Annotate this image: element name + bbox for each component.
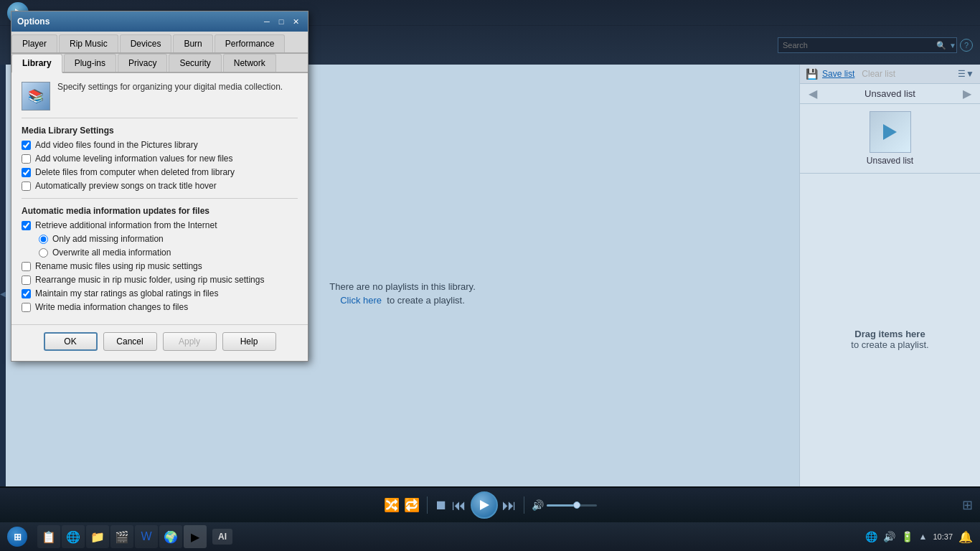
tab-rip-music[interactable]: Rip Music bbox=[59, 34, 118, 52]
apply-button[interactable]: Apply bbox=[163, 332, 217, 351]
settings-description: Specify settings for organizing your dig… bbox=[57, 82, 283, 92]
tab-devices[interactable]: Devices bbox=[120, 34, 172, 52]
tab-player[interactable]: Player bbox=[11, 34, 57, 52]
tab-burn[interactable]: Burn bbox=[173, 34, 212, 52]
options-dialog: Options ─ □ ✕ Player Rip Music Devices B… bbox=[11, 11, 308, 362]
dialog-titlebar: Options ─ □ ✕ bbox=[11, 11, 308, 32]
checkbox-row-6: Rename music files using rip music setti… bbox=[22, 261, 298, 271]
help-button[interactable]: Help bbox=[222, 332, 276, 351]
dialog-overlay: Options ─ □ ✕ Player Rip Music Devices B… bbox=[0, 0, 980, 551]
add-video-files-checkbox[interactable] bbox=[22, 141, 31, 150]
only-add-missing-label: Only add missing information bbox=[52, 234, 164, 244]
tab-privacy[interactable]: Privacy bbox=[118, 54, 167, 72]
radio-row-1: Only add missing information bbox=[39, 234, 298, 244]
tab-performance[interactable]: Performance bbox=[215, 34, 286, 52]
library-icon: 📚 bbox=[22, 82, 50, 110]
maintain-star-ratings-label: Maintain my star ratings as global ratin… bbox=[35, 288, 218, 298]
tab-plugins[interactable]: Plug-ins bbox=[64, 54, 116, 72]
auto-update-title: Automatic media information updates for … bbox=[22, 206, 298, 216]
checkbox-row-2: Add volume leveling information values f… bbox=[22, 154, 298, 164]
dialog-title: Options bbox=[17, 17, 259, 27]
tab-library[interactable]: Library bbox=[11, 54, 62, 73]
checkbox-row-3: Delete files from computer when deleted … bbox=[22, 167, 298, 177]
checkbox-row-7: Rearrange music in rip music folder, usi… bbox=[22, 275, 298, 285]
rearrange-music-checkbox[interactable] bbox=[22, 276, 31, 285]
dialog-footer: OK Cancel Apply Help bbox=[11, 324, 308, 361]
auto-update-section: Automatic media information updates for … bbox=[22, 206, 298, 312]
dialog-icon-row: 📚 Specify settings for organizing your d… bbox=[22, 82, 298, 110]
retrieve-info-label: Retrieve additional information from the… bbox=[35, 220, 217, 230]
add-volume-leveling-checkbox[interactable] bbox=[22, 154, 31, 164]
auto-preview-label: Automatically preview songs on track tit… bbox=[35, 181, 217, 191]
checkbox-row-5: Retrieve additional information from the… bbox=[22, 220, 298, 230]
delete-files-label: Delete files from computer when deleted … bbox=[35, 167, 235, 177]
media-library-title: Media Library Settings bbox=[22, 126, 298, 136]
overwrite-all-label: Overwrite all media information bbox=[52, 248, 171, 258]
media-library-section: Media Library Settings Add video files f… bbox=[22, 126, 298, 191]
maintain-star-ratings-checkbox[interactable] bbox=[22, 289, 31, 298]
add-video-files-label: Add video files found in the Pictures li… bbox=[35, 140, 198, 150]
close-button[interactable]: ✕ bbox=[289, 16, 302, 27]
rename-music-files-label: Rename music files using rip music setti… bbox=[35, 261, 202, 271]
checkbox-row-8: Maintain my star ratings as global ratin… bbox=[22, 288, 298, 298]
maximize-button[interactable]: □ bbox=[275, 16, 288, 27]
overwrite-all-radio[interactable] bbox=[39, 248, 48, 258]
checkbox-row-4: Automatically preview songs on track tit… bbox=[22, 181, 298, 191]
dialog-body: 📚 Specify settings for organizing your d… bbox=[11, 73, 308, 324]
radio-row-2: Overwrite all media information bbox=[39, 248, 298, 258]
write-media-info-label: Write media information changes to files bbox=[35, 302, 188, 312]
rename-music-files-checkbox[interactable] bbox=[22, 262, 31, 271]
add-volume-leveling-label: Add volume leveling information values f… bbox=[35, 154, 232, 164]
retrieve-info-checkbox[interactable] bbox=[22, 221, 31, 230]
dialog-tabs: Player Rip Music Devices Burn Performanc… bbox=[11, 32, 308, 54]
checkbox-row-1: Add video files found in the Pictures li… bbox=[22, 140, 298, 150]
tab-network[interactable]: Network bbox=[223, 54, 276, 72]
cancel-button[interactable]: Cancel bbox=[103, 332, 157, 351]
only-add-missing-radio[interactable] bbox=[39, 235, 48, 244]
ok-button[interactable]: OK bbox=[44, 332, 98, 351]
write-media-info-checkbox[interactable] bbox=[22, 303, 31, 312]
checkbox-row-9: Write media information changes to files bbox=[22, 302, 298, 312]
tab-security[interactable]: Security bbox=[169, 54, 221, 72]
minimize-button[interactable]: ─ bbox=[260, 16, 273, 27]
rearrange-music-label: Rearrange music in rip music folder, usi… bbox=[35, 275, 264, 285]
delete-files-checkbox[interactable] bbox=[22, 168, 31, 177]
auto-preview-checkbox[interactable] bbox=[22, 182, 31, 191]
